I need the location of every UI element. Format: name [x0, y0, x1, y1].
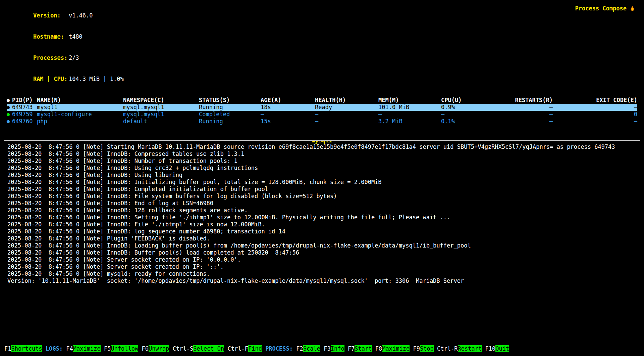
ram-cpu-label: RAM | CPU: — [33, 76, 69, 83]
process-health: – — [315, 118, 378, 125]
process-row[interactable]: ● 649743 mysql1 mysql.mysql1 Running 18s… — [7, 104, 637, 111]
process-status-dot: ● — [7, 104, 12, 111]
shortcut-key-f8: F8 — [375, 345, 382, 352]
shortcut-info-button[interactable]: Info — [331, 345, 344, 352]
shortcut-key-f1: F1 — [4, 345, 11, 352]
log-line: 2025-08-20 8:47:56 0 [Note] InnoDB: Sett… — [7, 214, 637, 221]
log-line: 2025-08-20 8:47:56 0 [Note] InnoDB: Numb… — [7, 158, 637, 165]
log-line: 2025-08-20 8:47:56 0 [Note] Server socke… — [7, 256, 637, 263]
table-header-row: ● PID(P) NAME(N) NAMESPACE(C) STATUS(S) … — [7, 97, 637, 104]
hostname-value: t480 — [69, 33, 83, 40]
processes-value: 2/3 — [69, 54, 79, 61]
log-line: 2025-08-20 8:47:56 0 [Note] mysqld: read… — [7, 270, 637, 277]
process-pid: 649760 — [12, 118, 37, 125]
process-name: php — [37, 118, 123, 125]
log-line: 2025-08-20 8:47:56 0 [Note] Plugin 'FEED… — [7, 235, 637, 242]
shortcut-maximize-button[interactable]: Maximize — [382, 345, 410, 352]
process-namespace: mysql.mysql1 — [123, 104, 199, 111]
shortcut-maximize-button[interactable]: Maximize — [73, 345, 101, 352]
log-line: 2025-08-20 8:47:56 0 [Note] InnoDB: Load… — [7, 242, 637, 249]
process-name: mysql1-configure — [37, 111, 123, 118]
shortcut-quit-button[interactable]: Quit — [495, 345, 509, 352]
column-header-mem: MEM(M) — [378, 97, 441, 104]
process-health: – — [315, 111, 378, 118]
processes-label: Processes: — [33, 54, 69, 61]
column-header-pid: PID(P) — [12, 97, 37, 104]
log-panel[interactable]: mysql1 2025-08-20 8:47:56 0 [Note] Start… — [4, 140, 640, 341]
process-age: 18s — [261, 104, 315, 111]
shortcut-key-f4: F4 — [66, 345, 73, 352]
shortcut-key-ctrl-r: Ctrl-R — [437, 345, 458, 352]
shortcut-unfollow-button[interactable]: Unfollow — [111, 345, 138, 352]
app-title-text: Process Compose — [575, 5, 627, 12]
process-mem: 3.2 MiB — [378, 118, 441, 125]
log-line: 2025-08-20 8:47:56 0 [Note] InnoDB: 128 … — [7, 207, 637, 214]
footer-section-process: PROCESS: — [265, 345, 293, 352]
process-status: Running — [199, 118, 261, 125]
app-root: Version:v1.46.0 Hostname:t480 Processes:… — [1, 1, 643, 355]
column-header-health: HEALTH(H) — [315, 97, 378, 104]
process-status-dot: ● — [7, 118, 12, 125]
shortcut-key-f7: F7 — [348, 345, 355, 352]
process-status-dot: ● — [7, 111, 12, 118]
footer-section-logs: LOGS: — [46, 345, 63, 352]
version-label: Version: — [33, 12, 69, 19]
shortcut-key-f3: F3 — [324, 345, 330, 352]
column-header-age: AGE(A) — [261, 97, 315, 104]
log-line: 2025-08-20 8:47:56 0 [Note] InnoDB: Buff… — [7, 249, 637, 256]
column-header-name: NAME(N) — [37, 97, 123, 104]
log-line: 2025-08-20 8:47:56 0 [Note] InnoDB: File… — [7, 221, 637, 228]
shortcut-key-ctrl-s: Ctrl-S — [173, 345, 193, 352]
process-mem: 101.0 MiB — [378, 104, 441, 111]
log-panel-title: mysql1 — [311, 140, 333, 144]
column-header-status: STATUS(S) — [199, 97, 261, 104]
shortcut-select-on-button[interactable]: Select On — [193, 345, 224, 352]
ram-cpu-value: 104.3 MiB | 1.0% — [69, 76, 124, 82]
process-mem: – — [378, 111, 441, 118]
process-name: mysql1 — [37, 104, 123, 111]
column-header-restarts: RESTARTS(R) — [487, 97, 553, 104]
shortcut-key-ctrl-f: Ctrl-F — [228, 345, 248, 352]
app-title: Process Compose — [575, 5, 638, 12]
shortcut-shortcuts-button[interactable]: Shortcuts — [11, 345, 42, 352]
process-restarts: – — [487, 111, 553, 118]
process-cpu: 0.9% — [441, 104, 487, 111]
shortcut-key-f5: F5 — [104, 345, 111, 352]
process-cpu: – — [441, 111, 487, 118]
process-namespace: default — [123, 118, 199, 125]
column-header-cpu: CPU(U) — [441, 97, 487, 104]
process-health: Ready — [315, 104, 378, 111]
system-info: Version:v1.46.0 Hostname:t480 Processes:… — [6, 5, 124, 90]
shortcut-stop-button[interactable]: Stop — [420, 345, 434, 352]
log-line: 2025-08-20 8:47:56 0 [Note] InnoDB: Comp… — [7, 150, 637, 158]
log-line: 2025-08-20 8:47:56 0 [Note] InnoDB: End … — [7, 200, 637, 207]
process-rows: ● 649743 mysql1 mysql.mysql1 Running 18s… — [7, 104, 637, 125]
shortcut-find-button[interactable]: Find — [248, 345, 262, 352]
ram-cpu-info: RAM | CPU:104.3 MiB | 1.0% — [6, 69, 124, 90]
shortcut-key-f2: F2 — [296, 345, 303, 352]
version-value: v1.46.0 — [69, 12, 93, 19]
process-pid: 649759 — [12, 111, 37, 118]
shortcut-start-button[interactable]: Start — [355, 345, 372, 352]
header: Version:v1.46.0 Hostname:t480 Processes:… — [3, 2, 641, 90]
process-cpu: 0.1% — [441, 118, 487, 125]
process-exit-code: – — [553, 104, 637, 111]
shortcut-key-f6: F6 — [142, 345, 149, 352]
log-line: 2025-08-20 8:47:56 0 [Note] InnoDB: Usin… — [7, 172, 637, 179]
process-restarts: – — [487, 104, 553, 111]
log-line: 2025-08-20 8:47:56 0 [Note] Starting Mar… — [7, 143, 637, 150]
version-info: Version:v1.46.0 — [6, 5, 124, 26]
shortcut-restart-button[interactable]: Restart — [458, 345, 482, 352]
log-line: 2025-08-20 8:47:56 0 [Note] InnoDB: File… — [7, 193, 637, 200]
process-status: Running — [199, 104, 261, 111]
process-age: 15s — [261, 118, 315, 125]
shortcut-scale-button[interactable]: Scale — [303, 345, 320, 352]
process-row[interactable]: ● 649760 php default Running 15s – 3.2 M… — [7, 118, 637, 125]
log-line: 2025-08-20 8:47:56 0 [Note] Server socke… — [7, 263, 637, 270]
fire-icon — [629, 5, 636, 12]
log-line: 2025-08-20 8:47:56 0 [Note] InnoDB: Usin… — [7, 165, 637, 172]
process-status: Completed — [199, 111, 261, 118]
shortcut-unwrap-button[interactable]: Unwrap — [149, 345, 169, 352]
process-row[interactable]: ● 649759 mysql1-configure mysql.mysql1 C… — [7, 111, 637, 118]
shortcut-key-f10: F10 — [485, 345, 495, 352]
